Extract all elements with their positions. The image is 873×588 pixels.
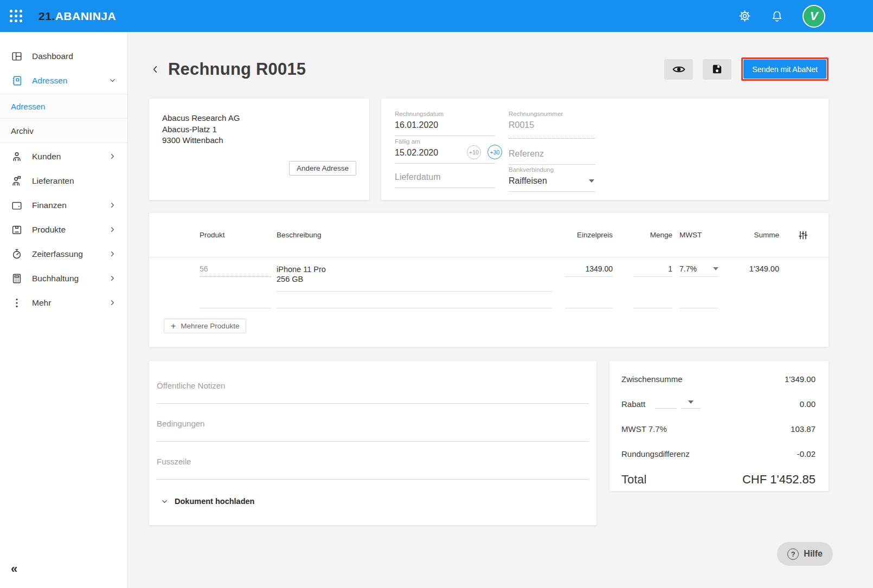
topbar-actions: V [737,5,825,28]
due-date-label: Fällig am [395,138,495,145]
col-menge: Menge [613,231,672,239]
plus30-days-chip[interactable]: +30 [487,145,502,159]
app-window: 21.ABANINJA V [0,0,873,588]
reference-placeholder[interactable]: Referenz [509,148,595,165]
sidebar-label: Buchhaltung [32,274,79,283]
delivery-date-placeholder[interactable]: Lieferdatum [395,172,495,188]
page-header: Rechnung R0015 [149,57,829,81]
eye-icon [672,62,686,76]
add-products-label: Mehrere Produkte [181,322,239,330]
sidebar-item-buchhaltung[interactable]: Buchhaltung [0,266,127,290]
invoice-date-field[interactable]: Rechnungsdatum 16.01.2020 [395,110,495,136]
main-content: Rechnung R0015 [128,32,873,588]
empty-beschreibung-field[interactable] [277,308,552,308]
submenu-item-archiv[interactable]: Archiv [0,119,127,143]
mwst-field[interactable]: 7.7% [679,264,718,277]
col-mwst: MWST [672,231,727,239]
empty-table-row [149,308,829,308]
address-card: Abacus Research AG Abacus-Platz 1 9300 W… [149,99,369,200]
user-avatar[interactable]: V [803,5,825,28]
sidebar-collapse-icon[interactable]: « [11,563,17,575]
beschreibung-field[interactable]: iPhone 11 Pro 256 GB [277,264,552,292]
sidebar-item-adressen[interactable]: Adressen [0,68,127,93]
empty-produkt-field[interactable] [200,308,271,308]
save-button[interactable] [703,59,731,80]
time-tracking-icon [11,248,23,260]
invoice-date-label: Rechnungsdatum [395,110,495,118]
bank-value: Raiffeisen [509,176,547,186]
plus-icon: + [171,322,176,331]
products-box-icon [11,224,23,236]
other-address-button[interactable]: Andere Adresse [289,161,356,176]
delivery-date-field[interactable]: Lieferdatum [395,172,495,188]
total-label: Total [621,473,646,487]
sidebar-label: Zeiterfassung [32,249,83,259]
send-abanet-button[interactable]: Senden mit AbaNet [743,60,826,79]
sidebar-item-lieferanten[interactable]: Lieferanten [0,169,127,193]
col-summe: Summe [727,231,779,239]
address-street: Abacus-Platz 1 [162,124,356,135]
public-notes-field[interactable]: Öffentliche Notizen [157,380,589,404]
notes-card: Öffentliche Notizen Bedingungen Fusszeil… [149,361,596,525]
subtotal-row: Zwischensumme 1'349.00 [621,366,816,391]
sidebar-item-produkte[interactable]: Produkte [0,217,127,242]
add-products-button[interactable]: + Mehrere Produkte [164,319,246,333]
upload-document-label: Dokument hochladen [175,497,254,506]
help-button[interactable]: ? Hilfe [777,542,833,566]
table-row: 56 iPhone 11 Pro 256 GB 1349.00 1 7.7% 1… [149,257,829,292]
highlight-annotation: Senden mit AbaNet [741,57,829,81]
due-date-field[interactable]: Fällig am 15.02.2020 +10 +30 [395,138,495,164]
back-chevron-icon[interactable] [149,63,161,75]
accounting-calculator-icon [11,273,23,285]
terms-field[interactable]: Bedingungen [157,418,589,442]
column-settings-icon[interactable] [798,230,829,241]
notifications-bell-icon[interactable] [770,9,784,23]
bank-dropdown-caret[interactable] [589,179,594,183]
chevron-right-icon [108,299,117,307]
invoice-number-field[interactable]: Rechnungsnummer R0015 [509,110,595,139]
upload-document-toggle[interactable]: Dokument hochladen [157,497,589,506]
help-label: Hilfe [804,549,823,559]
sidebar-item-zeiterfassung[interactable]: Zeiterfassung [0,242,127,266]
plus10-days-chip[interactable]: +10 [467,145,481,159]
subtotal-label: Zwischensumme [621,374,683,384]
submenu-label: Archiv [11,126,34,135]
einzelpreis-field[interactable]: 1349.00 [565,264,613,277]
bank-account-field[interactable]: Bankverbindung Raiffeisen [509,166,595,192]
finance-wallet-icon [11,199,23,211]
total-row: Total CHF 1'452.85 [621,466,816,493]
empty-menge-field[interactable] [633,308,672,308]
sidebar-item-kunden[interactable]: Kunden [0,144,127,169]
app-logo[interactable]: 21.ABANINJA [38,10,116,23]
summe-value: 1'349.00 [727,264,779,273]
menge-field[interactable]: 1 [633,264,672,277]
produkt-field[interactable]: 56 [200,264,271,277]
suppliers-icon [11,175,23,187]
chevron-right-icon [108,201,117,209]
sidebar-item-dashboard[interactable]: Dashboard [0,44,127,68]
apps-grid-icon[interactable] [10,10,22,22]
discount-label: Rabatt [621,399,645,409]
chevron-right-icon [108,250,117,258]
empty-mwst-field[interactable] [679,308,718,308]
empty-einzelpreis-field[interactable] [565,308,613,308]
invoice-number-value[interactable]: R0015 [509,120,595,139]
reference-field[interactable]: Referenz [509,148,595,165]
sidebar-item-finanzen[interactable]: Finanzen [0,193,127,217]
sidebar-label: Produkte [32,225,66,235]
sidebar-item-mehr[interactable]: Mehr [0,290,127,315]
discount-input[interactable] [655,399,677,409]
discount-unit-select[interactable] [681,399,701,409]
submenu-item-adressen[interactable]: Adressen [0,94,127,119]
mwst-dropdown-caret[interactable] [713,267,718,270]
sidebar-label: Adressen [32,76,67,86]
adressen-submenu: Adressen Archiv [0,94,127,143]
page-title: Rechnung R0015 [168,60,306,79]
settings-gear-icon[interactable] [737,9,752,23]
preview-button[interactable] [664,59,693,80]
chevron-down-icon [161,497,169,506]
invoice-date-value[interactable]: 16.01.2020 [395,120,495,136]
topbar: 21.ABANINJA V [0,0,873,32]
sidebar: Dashboard Adressen Adressen Archiv [0,32,128,588]
footer-field[interactable]: Fusszeile [157,456,589,480]
